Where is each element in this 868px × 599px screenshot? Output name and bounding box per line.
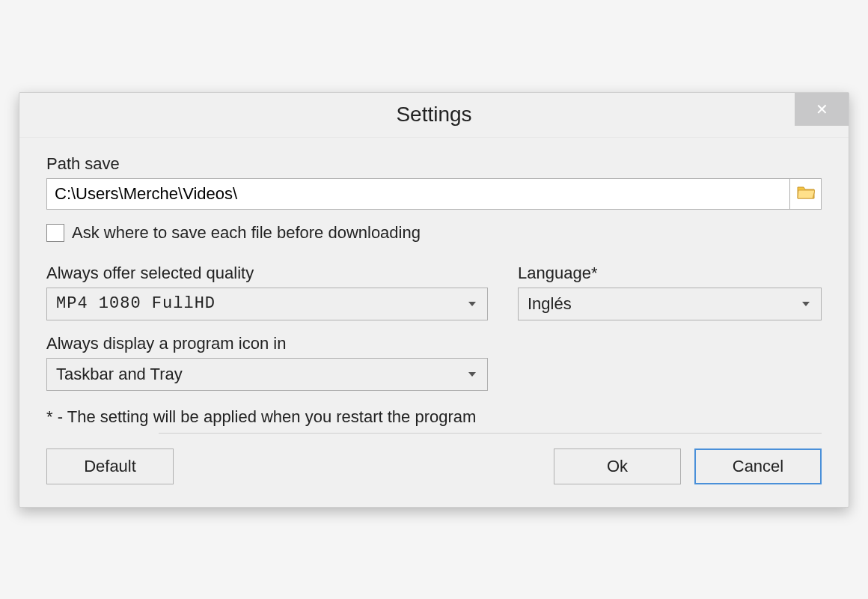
display-icon-value: Taskbar and Tray — [56, 365, 466, 384]
language-section: Language* Inglés — [518, 264, 822, 320]
ask-save-checkbox[interactable] — [46, 224, 64, 242]
display-icon-select[interactable]: Taskbar and Tray — [46, 358, 488, 391]
default-button-label: Default — [84, 457, 136, 476]
restart-footnote: * - The setting will be applied when you… — [46, 407, 822, 427]
path-label: Path save — [46, 154, 822, 174]
window-title: Settings — [396, 103, 471, 127]
language-label: Language* — [518, 264, 822, 283]
close-icon: ✕ — [816, 100, 828, 118]
path-section: Path save — [46, 154, 822, 210]
ok-button-label: Ok — [607, 457, 628, 476]
default-button[interactable]: Default — [46, 449, 174, 484]
browse-folder-button[interactable] — [790, 178, 822, 210]
quality-label: Always offer selected quality — [46, 264, 488, 283]
chevron-down-icon — [466, 368, 478, 380]
settings-dialog: Settings ✕ Path save A — [19, 92, 849, 508]
display-icon-label: Always display a program icon in — [46, 334, 488, 353]
close-button[interactable]: ✕ — [795, 93, 849, 126]
language-select[interactable]: Inglés — [518, 288, 822, 320]
display-icon-section: Always display a program icon in Taskbar… — [46, 334, 488, 391]
language-value: Inglés — [528, 294, 800, 314]
chevron-down-icon — [466, 298, 478, 310]
divider — [159, 433, 822, 434]
path-input-wrap — [46, 178, 822, 210]
path-input[interactable] — [46, 178, 790, 210]
ok-button[interactable]: Ok — [554, 449, 681, 484]
titlebar: Settings ✕ — [19, 93, 849, 138]
chevron-down-icon — [800, 298, 812, 310]
quality-value: MP4 1080 FullHD — [56, 294, 466, 313]
quality-select[interactable]: MP4 1080 FullHD — [46, 288, 488, 320]
cancel-button-label: Cancel — [733, 457, 783, 476]
ask-save-row: Ask where to save each file before downl… — [46, 223, 822, 243]
button-row: Default Ok Cancel — [46, 449, 822, 484]
quality-section: Always offer selected quality MP4 1080 F… — [46, 264, 488, 320]
folder-icon — [797, 185, 815, 203]
quality-language-row: Always offer selected quality MP4 1080 F… — [46, 264, 822, 320]
ask-save-label: Ask where to save each file before downl… — [72, 223, 421, 243]
cancel-button[interactable]: Cancel — [694, 449, 822, 484]
dialog-content: Path save Ask where to save each file be… — [19, 138, 849, 507]
